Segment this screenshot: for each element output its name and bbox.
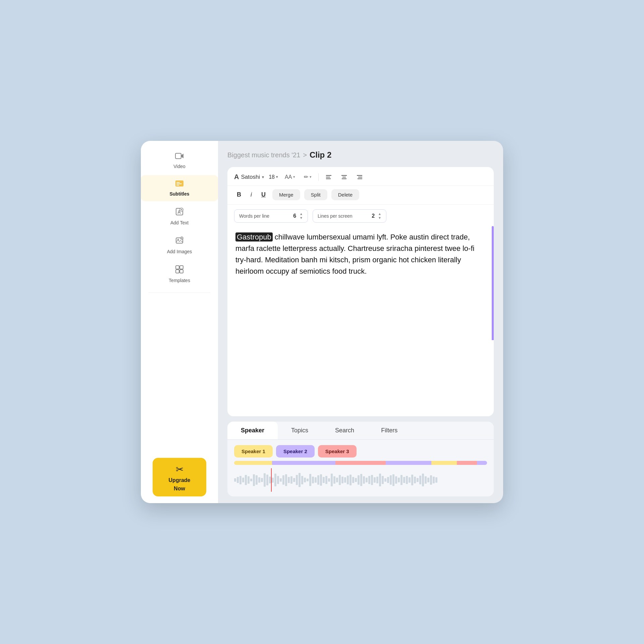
tab-search[interactable]: Search (322, 422, 368, 439)
align-center-btn[interactable] (339, 173, 350, 181)
spinner-up-icon2[interactable]: ▲ (378, 212, 381, 216)
color-picker-btn[interactable]: ✏ ▾ (302, 172, 314, 181)
font-name-label: Satoshi (241, 174, 260, 180)
highlighted-word: Gastropub (235, 232, 273, 241)
align-right-icon (356, 174, 363, 180)
words-per-line-label: Words per line (239, 213, 290, 219)
breadcrumb: Biggest music trends '21 > Clip 2 (227, 150, 494, 162)
tab-filters[interactable]: Filters (368, 422, 411, 439)
scroll-accent (492, 226, 494, 416)
align-right-btn[interactable] (354, 173, 365, 181)
sidebar: Video Subtitles A (141, 141, 218, 503)
text-editor-area[interactable]: Gastropub chillwave lumbersexual umami l… (227, 226, 494, 416)
bold-btn[interactable]: B (234, 190, 244, 200)
upgrade-card[interactable]: ✂ Upgrade Now (153, 458, 206, 496)
spinner-down-icon[interactable]: ▼ (300, 216, 303, 220)
scissors-icon: ✂ (176, 464, 183, 475)
words-per-line-value: 6 (293, 213, 296, 219)
sidebar-item-templates-label: Templates (169, 278, 190, 283)
sidebar-item-video[interactable]: Video (141, 148, 218, 174)
playhead (271, 468, 272, 492)
upgrade-label-line1: Upgrade (169, 477, 191, 483)
pencil-icon: ✏ (304, 174, 308, 180)
svg-rect-16 (180, 266, 183, 269)
font-dropdown-arrow: ▾ (262, 175, 264, 179)
speaker-tag-1[interactable]: Speaker 1 (234, 445, 273, 458)
tab-speaker[interactable]: Speaker (227, 422, 278, 439)
editor-text-content: Gastropub chillwave lumbersexual umami l… (235, 231, 486, 277)
font-size-value: 18 (269, 174, 275, 180)
sidebar-item-add-text[interactable]: A Add Text (141, 203, 218, 230)
add-images-icon (175, 236, 184, 247)
svg-rect-15 (176, 266, 179, 269)
svg-rect-4 (176, 185, 179, 185)
italic-btn[interactable]: i (248, 190, 255, 200)
sidebar-item-add-images[interactable]: Add Images (141, 231, 218, 259)
speakers-row: Speaker 1 Speaker 2 Speaker 3 (227, 440, 494, 461)
words-per-line-field[interactable]: Words per line 6 ▲ ▼ (234, 209, 308, 223)
svg-rect-0 (175, 153, 181, 159)
video-icon (175, 152, 184, 162)
lines-per-screen-label: Lines per screen (318, 213, 368, 219)
delete-btn[interactable]: Delete (331, 189, 359, 200)
font-size-dropdown-icon: ▾ (276, 175, 278, 179)
font-scale-btn[interactable]: AA ▾ (283, 173, 297, 181)
svg-rect-2 (176, 182, 180, 183)
underline-btn[interactable]: U (259, 190, 268, 200)
font-scale-icon: AA (285, 174, 292, 180)
spinner-down-icon2[interactable]: ▼ (378, 216, 381, 220)
merge-btn[interactable]: Merge (272, 189, 300, 200)
font-size-selector[interactable]: 18 ▾ (269, 174, 278, 180)
lines-per-screen-value: 2 (372, 213, 375, 219)
editor-panel: A Satoshi ▾ 18 ▾ AA ▾ ✏ ▾ (227, 167, 494, 416)
svg-rect-17 (176, 270, 179, 273)
font-a-icon: A (234, 173, 239, 181)
timeline-bar (234, 461, 487, 465)
tabs-row: Speaker Topics Search Filters (227, 422, 494, 440)
breadcrumb-parent[interactable]: Biggest music trends '21 (227, 151, 300, 159)
sidebar-item-templates[interactable]: Templates (141, 260, 218, 288)
toolbar-row1: A Satoshi ▾ 18 ▾ AA ▾ ✏ ▾ (227, 167, 494, 186)
sidebar-item-subtitles[interactable]: Subtitles (141, 175, 218, 201)
tab-topics[interactable]: Topics (278, 422, 322, 439)
spinner-up-icon[interactable]: ▲ (300, 212, 303, 216)
breadcrumb-current: Clip 2 (310, 150, 331, 160)
toolbar-row2: B i U Merge Split Delete (227, 186, 494, 205)
align-center-icon (341, 174, 347, 180)
subtitles-icon (175, 180, 184, 189)
svg-rect-3 (176, 183, 182, 184)
words-per-line-spinner[interactable]: ▲ ▼ (300, 212, 303, 220)
speaker-tag-3[interactable]: Speaker 3 (318, 445, 357, 458)
templates-icon (175, 265, 184, 276)
font-selector[interactable]: A Satoshi ▾ (234, 173, 264, 181)
speaker-tag-2[interactable]: Speaker 2 (276, 445, 315, 458)
sidebar-item-add-text-label: Add Text (170, 220, 189, 225)
sidebar-item-subtitles-label: Subtitles (169, 191, 189, 197)
bottom-panel: Speaker Topics Search Filters Speaker 1 … (227, 422, 494, 496)
lines-per-screen-spinner[interactable]: ▲ ▼ (378, 212, 381, 220)
words-per-line-row: Words per line 6 ▲ ▼ Lines per screen 2 … (227, 205, 494, 226)
waveform (234, 468, 487, 492)
split-btn[interactable]: Split (304, 189, 327, 200)
sidebar-item-video-label: Video (173, 164, 185, 169)
svg-rect-18 (180, 270, 183, 273)
align-left-btn[interactable] (323, 173, 334, 181)
main-content: Biggest music trends '21 > Clip 2 A Sato… (218, 141, 503, 503)
breadcrumb-separator: > (303, 151, 307, 159)
align-left-icon (325, 174, 332, 180)
upgrade-label-line2: Now (174, 485, 185, 492)
sidebar-item-add-images-label: Add Images (167, 249, 192, 254)
add-text-icon: A (175, 207, 184, 218)
toolbar-divider-1 (318, 173, 319, 181)
lines-per-screen-field[interactable]: Lines per screen 2 ▲ ▼ (313, 209, 386, 223)
